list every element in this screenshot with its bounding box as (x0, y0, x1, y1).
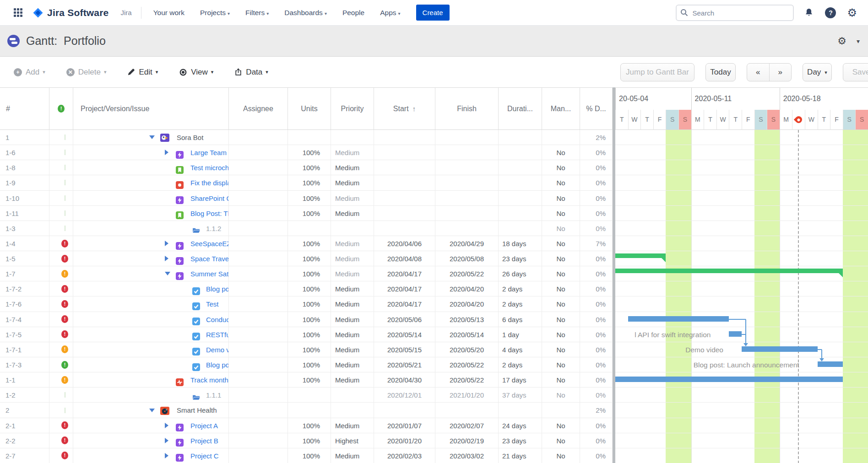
today-button[interactable]: Today (705, 63, 736, 81)
column-header-pct[interactable]: % D... (580, 88, 613, 130)
settings-gear-icon[interactable]: ⚙ (847, 7, 857, 18)
panel-chevron-down-icon[interactable]: ▾ (857, 38, 860, 45)
issue-link[interactable]: Blog post: Introducing ... (206, 281, 229, 296)
gantt-bar-label: Demo video (685, 342, 723, 357)
cell-man: No (542, 251, 580, 266)
nav-projects[interactable]: Projects▾ (200, 9, 230, 17)
search-input[interactable] (676, 5, 794, 21)
issue-link[interactable]: SeeSpaceEZ Plus (190, 236, 229, 251)
issue-link[interactable]: SharePoint Online Connec... (190, 191, 229, 205)
issue-link[interactable]: Blog post: Launch ann... (206, 357, 229, 372)
epic-gantt-bar[interactable] (615, 269, 843, 273)
issue-link[interactable]: Project B (190, 433, 218, 448)
expand-expander[interactable] (165, 256, 168, 261)
expand-expander[interactable] (165, 150, 168, 155)
task-gantt-bar[interactable] (742, 346, 818, 352)
epic-gantt-bar[interactable] (615, 253, 666, 258)
edit-button[interactable]: Edit▾ (127, 68, 158, 77)
issue-link[interactable]: Large Team Support (190, 145, 229, 160)
expand-expander[interactable] (165, 453, 168, 458)
day-header: T (729, 110, 742, 130)
cell-dur: 21 days (499, 448, 542, 463)
cell-finish: 2020/04/20 (435, 281, 499, 296)
issue-link[interactable]: Test (206, 296, 219, 311)
issue-link[interactable]: Track monthly interaction ... (190, 372, 229, 387)
expand-expander[interactable] (165, 438, 168, 443)
scroll-right-button[interactable]: » (770, 64, 792, 81)
create-button[interactable]: Create (416, 5, 450, 21)
issue-link[interactable]: Project A (190, 418, 218, 433)
issue-link[interactable]: Summer Saturn Sale (190, 266, 229, 281)
view-button[interactable]: View▾ (179, 68, 213, 77)
help-icon[interactable]: ? (825, 7, 836, 18)
cell-assignee (229, 403, 288, 417)
jump-to-gantt-bar-button[interactable]: Jump to Gantt Bar (620, 63, 694, 81)
cell-pct: 0% (580, 206, 613, 221)
add-button[interactable]: + Add▾ (14, 68, 45, 77)
cell-proj: Blog post: Introducing ... (73, 281, 229, 296)
zoom-level-dropdown[interactable]: Day▾ (803, 63, 832, 81)
nav-apps[interactable]: Apps▾ (380, 9, 400, 17)
nav-filters[interactable]: Filters▾ (245, 9, 269, 17)
issue-link[interactable]: Space Travel Partners (190, 251, 229, 266)
jira-logo[interactable]: Jira Software (33, 7, 109, 18)
issue-link[interactable]: Fix the display when error ... (190, 175, 229, 190)
cell-dur (499, 403, 542, 417)
chevron-down-icon: ▾ (266, 11, 269, 16)
task-gantt-bar[interactable] (615, 377, 843, 382)
health-red-icon: ! (61, 436, 68, 444)
day-header: T (615, 110, 628, 130)
cell-units: 100% (288, 418, 331, 433)
cell-assignee (229, 433, 288, 448)
column-header-id[interactable]: # (0, 88, 49, 130)
issue-link[interactable]: Demo video (206, 342, 229, 357)
column-header-assignee[interactable]: Assignee (229, 88, 288, 130)
column-header-units[interactable]: Units (288, 88, 331, 130)
cell-start: 2020/05/21 (374, 357, 435, 372)
scroll-left-button[interactable]: « (747, 64, 770, 81)
cell-man: No (542, 418, 580, 433)
expand-expander[interactable] (165, 241, 168, 246)
issue-link[interactable]: Blog Post: The Project Ma... (190, 206, 229, 221)
table-gantt-splitter[interactable] (613, 87, 615, 463)
gantt-bars-overlay: l API for swift integrationDemo videoBlo… (615, 130, 868, 463)
nav-people[interactable]: People (342, 9, 364, 17)
cell-id: 1-10 (0, 191, 49, 205)
cell-dur (499, 160, 542, 175)
app-switcher-icon[interactable] (14, 8, 22, 17)
nav-your-work[interactable]: Your work (153, 9, 184, 17)
expand-expander[interactable] (165, 423, 168, 428)
issue-link[interactable]: RESTful API for swift in... (206, 327, 229, 342)
task-gantt-bar[interactable] (818, 361, 843, 367)
column-header-finish[interactable]: Finish (435, 88, 499, 130)
task-gantt-bar[interactable] (628, 316, 729, 322)
task-gantt-bar[interactable] (729, 331, 742, 337)
column-header-label: Start (393, 105, 409, 113)
health-orange-icon: ! (61, 376, 68, 384)
column-header-proj[interactable]: Project/Version/Issue (73, 88, 229, 130)
column-header-prio[interactable]: Priority (331, 88, 374, 130)
issue-link[interactable]: Test microchip (190, 160, 229, 175)
panel-settings-gear-icon[interactable]: ⚙ (837, 36, 846, 46)
issue-link[interactable]: Project C (190, 448, 219, 463)
delete-button[interactable]: ✕ Delete▾ (66, 68, 107, 77)
save-button[interactable]: Save (843, 63, 868, 81)
version-folder-icon (192, 224, 200, 232)
column-header-dur[interactable]: Durati... (499, 88, 542, 130)
collapse-expander[interactable] (149, 135, 155, 139)
nav-dashboards[interactable]: Dashboards▾ (284, 9, 327, 17)
notifications-bell-icon[interactable] (804, 8, 814, 18)
column-header-man[interactable]: Man... (542, 88, 580, 130)
day-header: T (704, 110, 716, 130)
cell-health: ! (49, 418, 73, 433)
cell-units (288, 130, 331, 145)
collapse-expander[interactable] (165, 272, 170, 275)
column-header-start[interactable]: Start↑ (374, 88, 435, 130)
column-header-health[interactable]: ! (49, 88, 73, 130)
collapse-expander[interactable] (149, 409, 155, 412)
cell-units: 100% (288, 296, 331, 311)
cell-prio: Medium (331, 372, 374, 387)
issue-link[interactable]: Conduct training on So... (206, 312, 229, 327)
cell-start: 2020/04/06 (374, 236, 435, 251)
data-button[interactable]: Data▾ (234, 68, 268, 77)
